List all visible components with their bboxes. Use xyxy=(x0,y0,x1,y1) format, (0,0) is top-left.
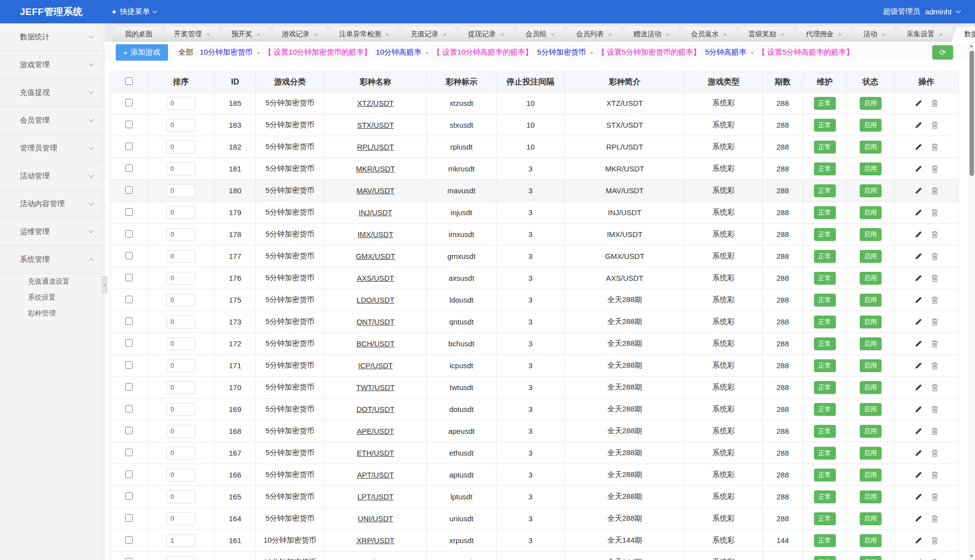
status-badge[interactable]: 启用 xyxy=(860,425,882,438)
sidebar-item-7[interactable]: 活动内容管理 xyxy=(0,190,104,218)
edit-pencil-icon[interactable] xyxy=(915,537,922,544)
maintain-badge[interactable]: 正常 xyxy=(814,425,836,438)
select-all-checkbox[interactable] xyxy=(125,78,133,85)
sort-input[interactable] xyxy=(166,469,195,481)
edit-pencil-icon[interactable] xyxy=(915,274,922,282)
edit-pencil-icon[interactable] xyxy=(915,187,922,194)
sidebar-subitem-2[interactable]: 系统设置 xyxy=(0,290,104,306)
lottery-name-link[interactable]: XRP/USDT xyxy=(357,536,395,545)
row-checkbox[interactable] xyxy=(125,252,133,259)
status-badge[interactable]: 启用 xyxy=(860,337,882,350)
tab-6[interactable]: 充值记录× xyxy=(398,27,460,42)
lottery-name-link[interactable]: INJ/USDT xyxy=(359,208,393,217)
delete-trash-icon[interactable] xyxy=(931,384,938,392)
sidebar-item-2[interactable]: 游戏管理 xyxy=(0,51,104,79)
sort-input[interactable] xyxy=(166,403,195,416)
close-icon[interactable]: × xyxy=(939,31,943,38)
lottery-name-link[interactable]: UNI/USDT xyxy=(358,514,393,523)
lottery-name-link[interactable]: DOT/USDT xyxy=(356,405,395,413)
row-checkbox[interactable] xyxy=(125,143,133,150)
status-badge[interactable]: 启用 xyxy=(860,97,882,110)
tab-1[interactable]: 我的桌面 xyxy=(112,27,165,42)
maintain-badge[interactable]: 正常 xyxy=(814,469,836,481)
status-badge[interactable]: 启用 xyxy=(860,294,882,307)
delete-trash-icon[interactable] xyxy=(931,493,938,501)
tab-5[interactable]: 注单异常检测× xyxy=(326,27,403,42)
sort-input[interactable] xyxy=(166,119,195,132)
maintain-badge[interactable]: 正常 xyxy=(814,206,836,219)
lottery-name-link[interactable]: EOS/USDT xyxy=(356,558,395,560)
status-badge[interactable]: 启用 xyxy=(860,316,882,328)
sort-input[interactable] xyxy=(166,490,195,503)
sort-input[interactable] xyxy=(166,184,195,197)
close-icon[interactable]: × xyxy=(386,31,390,38)
delete-trash-icon[interactable] xyxy=(931,252,938,260)
edit-pencil-icon[interactable] xyxy=(915,493,922,500)
sidebar-item-6[interactable]: 活动管理 xyxy=(0,162,104,190)
sort-input[interactable] xyxy=(166,294,195,307)
sort-input[interactable] xyxy=(166,447,195,460)
delete-trash-icon[interactable] xyxy=(931,187,938,195)
filter-category-link-3[interactable]: 5分钟加密货币 xyxy=(537,48,586,57)
sort-input[interactable] xyxy=(166,141,195,154)
sidebar-item-3[interactable]: 充值提现 xyxy=(0,79,104,107)
lottery-name-link[interactable]: XTZ/USDT xyxy=(357,99,394,107)
delete-trash-icon[interactable] xyxy=(931,231,938,239)
row-checkbox[interactable] xyxy=(125,405,133,412)
row-checkbox[interactable] xyxy=(125,208,133,216)
close-icon[interactable]: × xyxy=(443,31,447,38)
maintain-badge[interactable]: 正常 xyxy=(814,250,836,263)
lottery-name-link[interactable]: STX/USDT xyxy=(357,121,394,129)
delete-trash-icon[interactable] xyxy=(931,362,938,370)
delete-trash-icon[interactable] xyxy=(931,449,938,457)
edit-pencil-icon[interactable] xyxy=(915,318,922,325)
add-game-button[interactable]: + 添加游戏 xyxy=(116,44,168,61)
maintain-badge[interactable]: 正常 xyxy=(814,403,836,416)
filter-category-link-4[interactable]: 5分钟高赔率 xyxy=(705,48,746,57)
delete-trash-icon[interactable] xyxy=(931,405,938,413)
close-icon[interactable]: × xyxy=(723,31,727,38)
maintain-badge[interactable]: 正常 xyxy=(814,359,836,372)
tab-9[interactable]: 会员列表× xyxy=(563,27,625,42)
lottery-name-link[interactable]: LDO/USDT xyxy=(357,296,395,304)
status-badge[interactable]: 启用 xyxy=(860,469,882,481)
delete-trash-icon[interactable] xyxy=(931,165,938,173)
maintain-badge[interactable]: 正常 xyxy=(814,141,836,154)
maintain-badge[interactable]: 正常 xyxy=(814,119,836,132)
vertical-scrollbar[interactable]: ▲ ▼ xyxy=(968,42,975,560)
tab-8[interactable]: 会员组× xyxy=(513,27,568,42)
sort-input[interactable] xyxy=(166,556,195,560)
close-icon[interactable]: × xyxy=(882,31,886,38)
delete-trash-icon[interactable] xyxy=(931,296,938,304)
sidebar-subitem-3[interactable]: 彩种管理 xyxy=(0,306,104,321)
close-icon[interactable]: × xyxy=(206,31,210,38)
row-checkbox[interactable] xyxy=(125,318,133,325)
row-checkbox[interactable] xyxy=(125,492,133,500)
maintain-badge[interactable]: 正常 xyxy=(814,381,836,394)
status-badge[interactable]: 启用 xyxy=(860,162,882,175)
row-checkbox[interactable] xyxy=(125,274,133,281)
maintain-badge[interactable]: 正常 xyxy=(814,294,836,307)
scrollbar-thumb[interactable] xyxy=(970,51,974,176)
lottery-name-link[interactable]: ETH/USDT xyxy=(357,449,394,457)
tab-10[interactable]: 赠送活动× xyxy=(621,27,683,42)
row-checkbox[interactable] xyxy=(125,186,133,194)
row-checkbox[interactable] xyxy=(125,164,133,172)
delete-trash-icon[interactable] xyxy=(931,121,938,129)
close-icon[interactable]: × xyxy=(838,31,842,38)
sidebar-item-8[interactable]: 运维管理 xyxy=(0,218,104,246)
status-badge[interactable]: 启用 xyxy=(860,512,882,525)
edit-pencil-icon[interactable] xyxy=(915,121,922,129)
edit-pencil-icon[interactable] xyxy=(915,209,922,216)
quick-menu-button[interactable]: + 快捷菜单 xyxy=(111,7,157,17)
row-checkbox[interactable] xyxy=(125,383,133,391)
sidebar-item-5[interactable]: 管理员管理 xyxy=(0,135,104,162)
lottery-name-link[interactable]: RPL/USDT xyxy=(357,143,394,151)
row-checkbox[interactable] xyxy=(125,339,133,347)
lottery-name-link[interactable]: TWT/USDT xyxy=(356,383,395,392)
row-checkbox[interactable] xyxy=(125,99,133,106)
sort-input[interactable] xyxy=(166,316,195,328)
tab-12[interactable]: 晋级奖励× xyxy=(735,27,798,42)
maintain-badge[interactable]: 正常 xyxy=(814,316,836,328)
close-icon[interactable]: × xyxy=(608,31,612,38)
